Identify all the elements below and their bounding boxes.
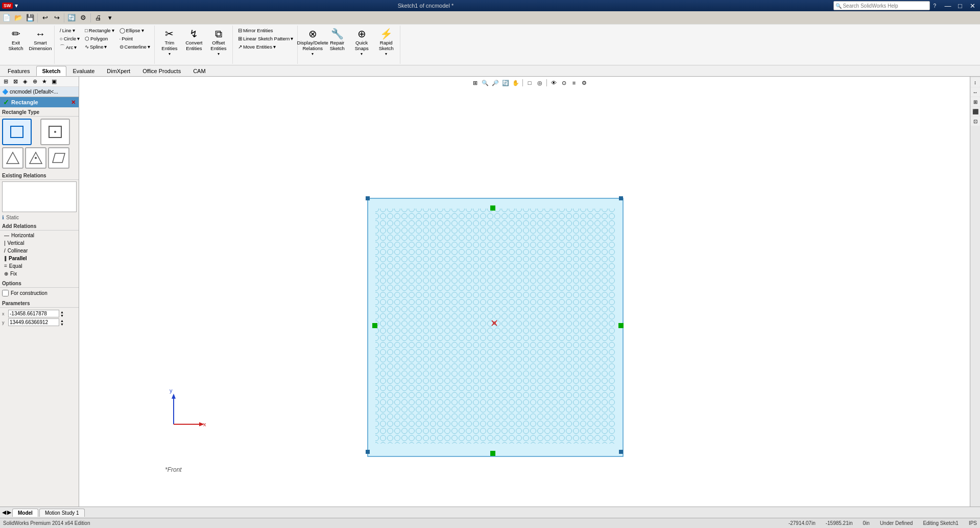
sidebar-view1-button[interactable]: ⊞ — [971, 97, 980, 106]
scene-button[interactable]: ≡ — [569, 78, 579, 87]
sidebar-expand-button[interactable]: ↕ — [971, 78, 980, 87]
handle-ml[interactable] — [372, 323, 377, 328]
open-button[interactable]: 📂 — [13, 12, 24, 24]
maximize-button[interactable]: □ — [954, 0, 966, 11]
lp-dropdown-icon[interactable]: ▾ — [291, 36, 293, 41]
search-input[interactable] — [843, 3, 924, 9]
sidebar-view2-button[interactable]: ⬛ — [971, 107, 980, 116]
trim-entities-button[interactable]: ✂ Trim Entities ▾ — [158, 27, 181, 58]
param-x-spinner[interactable]: ▲▼ — [60, 310, 64, 317]
rect-dropdown-icon[interactable]: ▾ — [112, 28, 114, 33]
close-button[interactable]: ✕ — [967, 0, 978, 11]
zoom-out-button[interactable]: 🔎 — [491, 78, 500, 87]
new-button[interactable]: 📄 — [1, 12, 12, 24]
canvas-area[interactable]: ⊞ 🔍 🔎 🔄 ✋ □ ◎ 👁 ⊙ ≡ ⚙ — [79, 77, 980, 507]
filter-btn-4[interactable]: ⊕ — [30, 77, 39, 86]
zoom-in-button[interactable]: 🔍 — [481, 78, 490, 87]
save-button[interactable]: 💾 — [25, 12, 36, 24]
exit-sketch-button[interactable]: ✏ ExitSketch — [4, 27, 28, 55]
view-settings-button[interactable]: ⚙ — [580, 78, 589, 87]
convert-entities-button[interactable]: ↯ Convert Entities — [182, 27, 206, 55]
display-delete-button[interactable]: ⊗ Display/Delete Relations ▾ — [301, 27, 324, 58]
param-y-input[interactable] — [8, 318, 59, 326]
centerline-button[interactable]: ⊝ Centerline ▾ — [117, 43, 152, 51]
sidebar-view3-button[interactable]: ⊡ — [971, 117, 980, 126]
rebuild-button[interactable]: 🔄 — [66, 12, 77, 24]
view-orientation-button[interactable]: □ — [525, 78, 534, 87]
arc-button[interactable]: ⌒ Arc ▾ — [58, 43, 82, 52]
filter-btn-2[interactable]: ⊠ — [11, 77, 20, 86]
pan-button[interactable]: ✋ — [511, 78, 520, 87]
handle-br[interactable] — [619, 450, 623, 454]
repair-sketch-button[interactable]: 🔧 Repair Sketch — [325, 27, 349, 55]
rapid-sketch-button[interactable]: ⚡ Rapid Sketch ▾ — [374, 27, 398, 58]
ellipse-button[interactable]: ◯ Ellipse ▾ — [117, 27, 152, 34]
polygon-button[interactable]: ⬡ Polygon — [83, 35, 116, 42]
offset-dropdown-icon[interactable]: ▾ — [218, 52, 220, 57]
rect-point-corner-button[interactable] — [2, 147, 23, 169]
next-tab-button[interactable]: ▶ — [7, 509, 11, 516]
tab-features[interactable]: Features — [2, 66, 35, 76]
panel-title-checkmark[interactable]: ✓ — [3, 98, 9, 106]
for-construction-checkbox[interactable] — [2, 290, 9, 296]
smart-dimension-button[interactable]: ↔ SmartDimension — [29, 27, 52, 55]
spline-dropdown-icon[interactable]: ▾ — [104, 44, 107, 50]
handle-bl[interactable] — [366, 450, 370, 454]
relation-equal[interactable]: = Equal — [3, 262, 76, 270]
tab-cam[interactable]: CAM — [187, 66, 211, 76]
filter-btn-3[interactable]: ◈ — [20, 77, 30, 86]
filter-btn-6[interactable]: ▣ — [50, 77, 59, 86]
handle-tr[interactable] — [619, 196, 623, 200]
relation-vertical[interactable]: | Vertical — [3, 239, 76, 247]
search-arrow-icon[interactable]: ▾ — [925, 3, 928, 8]
circle-dropdown-icon[interactable]: ▾ — [77, 36, 80, 41]
move-dropdown-icon[interactable]: ▾ — [273, 44, 276, 50]
linear-sketch-pattern-button[interactable]: ⊞ Linear Sketch Pattern ▾ — [236, 35, 295, 42]
mirror-entities-button[interactable]: ⊟ Mirror Entities — [236, 27, 295, 34]
cl-dropdown-icon[interactable]: ▾ — [148, 44, 150, 50]
help-icon[interactable]: ? — [933, 3, 936, 9]
tab-evaluate[interactable]: Evaluate — [67, 66, 101, 76]
rotate-button[interactable]: 🔄 — [501, 78, 510, 87]
more-button[interactable]: ▾ — [104, 12, 115, 24]
relation-horizontal[interactable]: — Horizontal — [3, 232, 76, 239]
quick-snaps-button[interactable]: ⊕ Quick Snaps ▾ — [350, 27, 373, 58]
zoom-to-fit-button[interactable]: ⊞ — [470, 78, 480, 87]
search-box[interactable]: 🔍 ▾ — [833, 1, 930, 10]
qs-dropdown-icon[interactable]: ▾ — [361, 52, 363, 57]
tab-dimxpert[interactable]: DimXpert — [101, 66, 136, 76]
handle-mr[interactable] — [618, 323, 624, 328]
tab-office-products[interactable]: Office Products — [137, 66, 186, 76]
rect-center-button[interactable] — [40, 119, 70, 145]
options-button[interactable]: ⚙ — [78, 12, 89, 24]
filter-btn-1[interactable]: ⊞ — [1, 77, 10, 86]
redo-button[interactable]: ↪ — [51, 12, 62, 24]
display-style-button[interactable]: ◎ — [535, 78, 544, 87]
trim-dropdown-icon[interactable]: ▾ — [169, 52, 171, 57]
minimize-button[interactable]: — — [942, 0, 953, 11]
rs-dropdown-icon[interactable]: ▾ — [385, 52, 387, 57]
undo-button[interactable]: ↩ — [39, 12, 51, 24]
print-button[interactable]: 🖨 — [92, 12, 104, 24]
handle-mb[interactable] — [490, 451, 495, 456]
sketch-svg[interactable]: x y *Front — [79, 77, 980, 507]
rect-parallelogram-button[interactable] — [48, 147, 69, 169]
tab-model[interactable]: Model — [12, 509, 38, 517]
dd-dropdown-icon[interactable]: ▾ — [312, 52, 314, 57]
circle-button[interactable]: ○ Circle ▾ — [58, 35, 82, 42]
rectangle-button[interactable]: □ Rectangle ▾ — [83, 27, 116, 34]
handle-mt[interactable] — [490, 205, 495, 211]
move-entities-button[interactable]: ↗ Move Entities ▾ — [236, 43, 295, 51]
panel-title-close[interactable]: ✕ — [71, 99, 76, 106]
line-dropdown-icon[interactable]: ▾ — [73, 28, 75, 33]
relation-fix[interactable]: ⊕ Fix — [3, 270, 76, 278]
tab-motion-study[interactable]: Motion Study 1 — [39, 509, 85, 517]
handle-tl[interactable] — [366, 196, 370, 200]
hide-show-button[interactable]: 👁 — [549, 78, 558, 87]
prev-tab-button[interactable]: ◀ — [2, 509, 6, 516]
filter-btn-5[interactable]: ★ — [40, 77, 49, 86]
param-x-input[interactable] — [8, 310, 59, 317]
relation-collinear[interactable]: / Collinear — [3, 247, 76, 255]
rect-corner-button[interactable] — [2, 119, 32, 145]
ellipse-dropdown-icon[interactable]: ▾ — [141, 28, 144, 33]
